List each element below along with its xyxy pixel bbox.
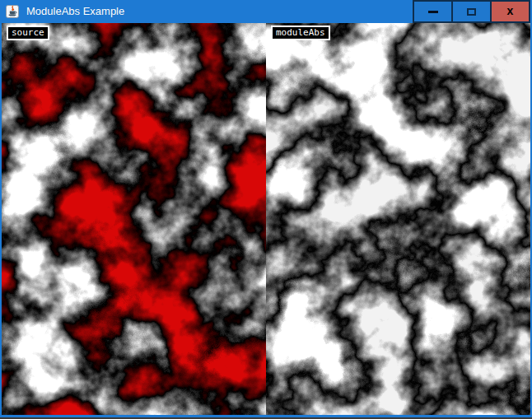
source-label: source [7,26,49,40]
close-button[interactable]: x [490,0,530,23]
content-area: source moduleAbs [2,23,530,415]
maximize-button[interactable] [451,0,490,23]
source-noise-image [2,23,266,415]
source-panel: source [2,23,266,415]
x-icon: x [507,5,514,16]
titlebar[interactable]: ModuleAbs Example x [2,0,530,23]
dash-icon [428,11,438,13]
minimize-button[interactable] [413,0,451,23]
window-controls: x [413,0,530,23]
window-title: ModuleAbs Example [26,0,413,23]
app-window: ModuleAbs Example x source moduleAbs [0,0,532,417]
square-outline-icon [467,8,476,16]
java-coffee-cup-icon [6,5,19,18]
moduleabs-panel: moduleAbs [266,23,530,415]
moduleabs-noise-image [266,23,530,415]
moduleabs-label: moduleAbs [271,26,330,40]
